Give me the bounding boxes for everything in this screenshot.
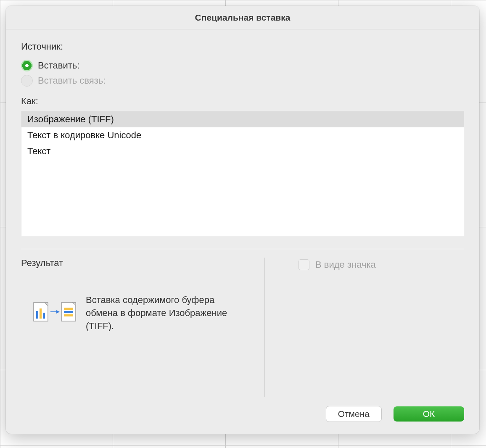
format-item-unicode[interactable]: Текст в кодировке Unicode	[21, 127, 464, 143]
dialog-titlebar: Специальная вставка	[6, 6, 479, 29]
icon-section: В виде значка	[265, 258, 464, 397]
result-label: Результат	[21, 258, 256, 269]
radio-paste-link-label: Вставить связь:	[38, 75, 106, 86]
radio-paste-row[interactable]: Вставить:	[21, 60, 464, 71]
dialog-footer: Отмена ОК	[6, 397, 479, 434]
dialog-title: Специальная вставка	[195, 13, 291, 23]
svg-marker-6	[56, 310, 60, 314]
source-label: Источник:	[21, 41, 464, 52]
ok-button[interactable]: ОК	[394, 406, 464, 422]
format-list[interactable]: Изображение (TIFF) Текст в кодировке Uni…	[21, 111, 464, 236]
radio-paste-link	[21, 75, 33, 87]
as-icon-row: В виде значка	[298, 259, 464, 270]
as-label: Как:	[21, 96, 464, 107]
as-icon-checkbox	[298, 259, 309, 270]
paste-special-dialog: Специальная вставка Источник: Вставить: …	[6, 6, 479, 434]
svg-rect-2	[36, 311, 38, 319]
dialog-body: Источник: Вставить: Вставить связь: Как:…	[6, 29, 479, 397]
result-content: Вставка содержимого буфера обмена в форм…	[21, 294, 256, 332]
svg-rect-11	[64, 314, 73, 316]
cancel-button[interactable]: Отмена	[326, 406, 382, 422]
format-item-text[interactable]: Текст	[21, 143, 464, 159]
lower-section: Результат	[21, 249, 464, 397]
radio-paste[interactable]	[21, 60, 33, 71]
result-text: Вставка содержимого буфера обмена в форм…	[86, 294, 237, 332]
svg-rect-9	[64, 308, 73, 310]
radio-paste-link-row: Вставить связь:	[21, 75, 464, 87]
result-section: Результат	[21, 258, 265, 397]
as-icon-label: В виде значка	[315, 259, 376, 270]
svg-rect-4	[43, 313, 45, 319]
radio-paste-label: Вставить:	[38, 60, 79, 71]
paste-icon	[31, 298, 77, 328]
svg-rect-10	[64, 311, 73, 313]
svg-rect-3	[40, 308, 42, 319]
format-item-tiff[interactable]: Изображение (TIFF)	[21, 111, 464, 127]
